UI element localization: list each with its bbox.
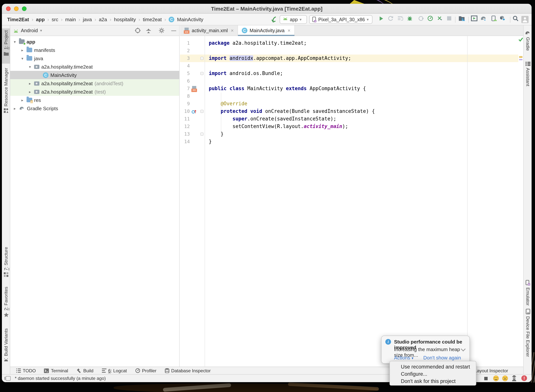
close-tab-icon[interactable]: ×: [231, 28, 234, 33]
run-button[interactable]: [378, 15, 384, 22]
sidebar-item-project[interactable]: 1: Project: [2, 30, 10, 56]
editor-body[interactable]: 1 2 3 4 5 6 7 8 9 10 11 12 13 14: [180, 36, 523, 367]
sidebar-item-favorites[interactable]: 2: Favorites: [2, 287, 10, 317]
breadcrumb-time2eat[interactable]: time2eat: [143, 16, 162, 22]
sidebar-item-emulator[interactable]: Emulator: [524, 280, 532, 306]
status-message[interactable]: * daemon started successfully (a minute …: [15, 375, 106, 382]
overrides-method-icon[interactable]: [191, 109, 196, 114]
toolwindow-build[interactable]: Build: [76, 368, 93, 373]
tree-item-package-test[interactable]: ▸ a2a.hospitality.time2eat (test): [10, 88, 179, 96]
sidebar-item-structure[interactable]: 7: Structure: [2, 247, 10, 277]
search-everywhere-icon[interactable]: [512, 15, 519, 22]
project-view-select[interactable]: Android: [21, 28, 38, 33]
tab-mainactivity-java[interactable]: C MainActivity.java ×: [238, 25, 295, 36]
breadcrumb-class[interactable]: MainActivity: [177, 16, 203, 22]
happy-feedback-icon[interactable]: [493, 375, 499, 381]
editor-area: <> activity_main.xml × C MainActivity.ja…: [180, 25, 523, 367]
tree-item-java[interactable]: ▾ java: [10, 54, 179, 62]
chevron-down-icon[interactable]: ▾: [40, 28, 42, 33]
person-hat-icon[interactable]: [511, 375, 517, 381]
desktop-art-yellow: [349, 0, 365, 4]
folder-icon: [27, 56, 32, 61]
tree-item-package[interactable]: ▾ a2a.hospitality.time2eat: [10, 62, 179, 71]
profile-button[interactable]: [427, 15, 433, 22]
device-manager-icon[interactable]: [491, 15, 497, 22]
gradle-sync-icon[interactable]: [480, 15, 487, 22]
avatar[interactable]: [521, 15, 529, 24]
tree-expanded-icon[interactable]: ▾: [28, 65, 32, 69]
hide-panel-icon[interactable]: —: [171, 28, 176, 33]
tree-item-app[interactable]: ▾ app: [10, 37, 179, 46]
sad-feedback-icon[interactable]: [502, 375, 508, 381]
sidebar-item-assistant[interactable]: Assistant: [524, 62, 532, 86]
sidebar-item-resource-manager[interactable]: Resource Manager: [2, 68, 10, 113]
tree-collapsed-icon[interactable]: ▸: [20, 98, 25, 102]
menu-item-dont-ask[interactable]: Don't ask for this project: [390, 378, 476, 385]
toolwindow-profiler[interactable]: Profiler: [135, 368, 156, 373]
toolwindow-terminal[interactable]: Terminal: [44, 368, 68, 373]
attach-debugger-icon[interactable]: [418, 15, 424, 22]
toolwindow-logcat[interactable]: 6: Logcat: [102, 368, 127, 373]
warning-stripe-mark[interactable]: [519, 56, 522, 58]
tree-item-mainactivity[interactable]: C MainActivity: [10, 71, 179, 79]
tree-expanded-icon[interactable]: ▾: [13, 40, 17, 44]
tree-item-package-androidtest[interactable]: ▸ a2a.hospitality.time2eat (androidTest): [10, 79, 179, 88]
sdk-manager-icon[interactable]: [499, 15, 505, 22]
apply-changes-restart-icon[interactable]: [387, 15, 394, 22]
project-structure-icon[interactable]: [459, 15, 465, 22]
fold-marker[interactable]: -: [200, 72, 203, 75]
notification-dismiss-link[interactable]: Don't show again: [423, 355, 461, 361]
device-select[interactable]: Pixel_3a_API_30_x86 ▾: [309, 15, 372, 24]
profiler-restart-icon[interactable]: [436, 15, 443, 22]
titlebar[interactable]: Time2Eat – MainActivity.java [Time2Eat.a…: [2, 4, 532, 14]
tree-expanded-icon[interactable]: ▾: [20, 56, 25, 61]
locate-file-icon[interactable]: [135, 28, 141, 33]
inspection-scrollbar[interactable]: [518, 36, 523, 367]
tree-collapsed-icon[interactable]: ▸: [13, 106, 17, 110]
tree-item-manifests[interactable]: ▸ manifests: [10, 46, 179, 54]
collapse-all-icon[interactable]: [146, 28, 151, 33]
tab-label: activity_main.xml: [192, 28, 228, 33]
menu-item-configure[interactable]: Configure...: [390, 370, 476, 378]
notification-balloon[interactable]: i Studio performance could be improved I…: [381, 336, 470, 364]
tree-collapsed-icon[interactable]: ▸: [20, 48, 25, 52]
run-configuration-select[interactable]: app ▾: [280, 15, 307, 24]
close-tab-icon[interactable]: ×: [288, 28, 291, 33]
toolwindow-layout-inspector[interactable]: Layout Inspector: [474, 368, 508, 373]
tree-collapsed-icon[interactable]: ▸: [28, 81, 32, 85]
navigate-back-icon[interactable]: [271, 15, 278, 24]
breadcrumb-a2a[interactable]: a2a: [99, 16, 107, 22]
window-play-icon[interactable]: [471, 15, 477, 22]
debug-button[interactable]: [407, 15, 413, 22]
breadcrumb-main[interactable]: main: [65, 16, 76, 22]
sidebar-item-device-file-explorer[interactable]: Device File Explorer: [524, 309, 532, 357]
chevron-down-icon: ▾: [412, 356, 413, 360]
toolwindow-toggle-icon[interactable]: [6, 376, 11, 381]
code-content[interactable]: package a2a.hospitality.time2eat; import…: [205, 36, 518, 367]
notification-actions-link[interactable]: Actions ▾: [394, 355, 413, 361]
sidebar-item-gradle[interactable]: Gradle: [524, 31, 532, 51]
selection-stripe-mark[interactable]: [519, 59, 522, 60]
stop-button[interactable]: [446, 15, 452, 22]
toolwindow-database-inspector[interactable]: Database Inspector: [165, 368, 211, 373]
gear-icon[interactable]: [159, 28, 164, 33]
breadcrumb-project[interactable]: Time2Eat: [7, 16, 29, 22]
apply-code-changes-icon[interactable]: [397, 15, 404, 22]
fold-marker[interactable]: -: [200, 57, 203, 60]
tree-item-res[interactable]: ▸ res: [10, 96, 179, 104]
breadcrumb-src[interactable]: src: [52, 16, 58, 22]
fold-marker[interactable]: -: [200, 133, 203, 135]
sidebar-item-build-variants[interactable]: Build Variants: [2, 328, 10, 361]
breadcrumb-hospitality[interactable]: hospitality: [114, 16, 136, 22]
menu-item-use-recommended[interactable]: Use recommended and restart: [390, 363, 476, 370]
status-square-icon[interactable]: [484, 377, 488, 380]
error-notification-badge[interactable]: !: [521, 375, 527, 381]
tree-collapsed-icon[interactable]: ▸: [28, 89, 32, 94]
fold-marker[interactable]: -: [200, 110, 203, 113]
navigation-bar: Time2Eat › app › src › main › java › a2a…: [2, 14, 532, 25]
toolwindow-todo[interactable]: TODO: [16, 368, 36, 373]
breadcrumb-java[interactable]: java: [83, 16, 92, 22]
breadcrumb-app[interactable]: app: [36, 16, 45, 22]
tree-item-gradle-scripts[interactable]: ▸ Gradle Scripts: [10, 104, 179, 112]
tab-activity-main-xml[interactable]: <> activity_main.xml ×: [180, 25, 238, 36]
